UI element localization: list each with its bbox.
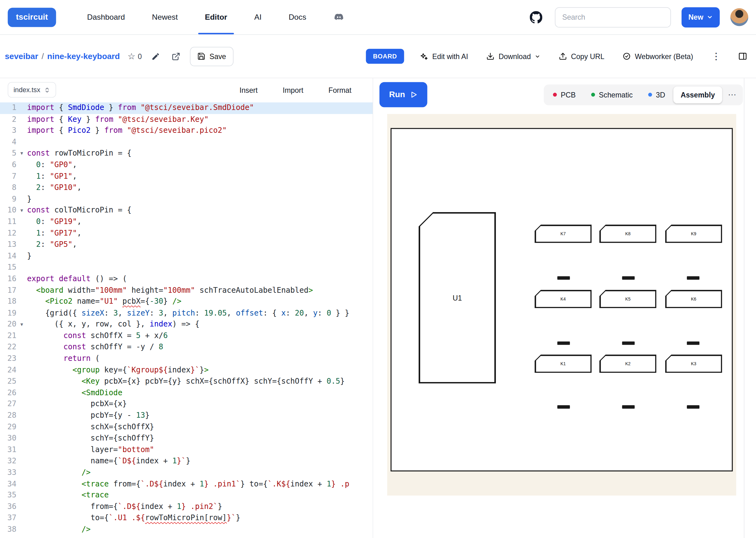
nav-item-newest[interactable]: Newest [139, 0, 191, 34]
code-line[interactable]: 33 /> [0, 467, 373, 478]
code-line[interactable]: 28 pcbY={y - 13} [0, 410, 373, 421]
code-line[interactable]: 27 pcbX={x} [0, 399, 373, 410]
code-line[interactable]: 8 2: "GP10", [0, 182, 373, 193]
nav-item-docs[interactable]: Docs [275, 0, 320, 34]
save-button[interactable]: Save [190, 47, 233, 66]
more-options-button[interactable]: ⋮ [709, 50, 724, 63]
line-number: 8 [0, 182, 17, 193]
code-line[interactable]: 32 name={`D${index + 1}`} [0, 456, 373, 467]
nav-item-editor[interactable]: Editor [191, 0, 241, 34]
fold-spacer [17, 285, 27, 296]
nav-item-dashboard[interactable]: Dashboard [74, 0, 139, 34]
code-text: 2: "GP5", [27, 239, 373, 250]
tab-pcb[interactable]: PCB [546, 86, 583, 103]
key-k2: K2 [599, 354, 656, 373]
code-line[interactable]: 3import { Pico2 } from "@tsci/seveibar.p… [0, 125, 373, 136]
code-line[interactable]: 18 <Pico2 name="U1" pcbX={-30} /> [0, 296, 373, 307]
line-number: 12 [0, 228, 17, 239]
key-label: K7 [560, 232, 566, 236]
code-line[interactable]: 5▾const rowToMicroPin = { [0, 148, 373, 159]
github-icon[interactable] [528, 9, 544, 26]
code-text: <Key pcbX={x} pcbY={y} schX={schOffX} sc… [27, 376, 373, 387]
code-text: const schOffY = -y / 8 [27, 342, 373, 353]
tabs-more-button[interactable]: ⋯ [723, 90, 741, 100]
tab-assembly-label: Assembly [681, 90, 715, 99]
code-line[interactable]: 35 <trace [0, 490, 373, 501]
webworker-toggle[interactable]: Webworker (Beta) [620, 52, 696, 61]
code-line[interactable]: 15 [0, 262, 373, 273]
edit-with-ai-button[interactable]: Edit with AI [417, 52, 471, 61]
run-button[interactable]: Run [379, 82, 428, 107]
fold-spacer [17, 478, 27, 490]
rename-button[interactable] [149, 50, 162, 63]
assembly-canvas[interactable]: U1 K7K8K9K4K5K6K1K2K3 [387, 114, 736, 496]
download-button[interactable]: Download [484, 52, 544, 61]
code-line[interactable]: 12 1: "GP17", [0, 228, 373, 239]
key-k9: K9 [665, 225, 722, 243]
code-text: } [27, 250, 373, 262]
code-line[interactable]: 25 <Key pcbX={x} pcbY={y} schX={schOffX}… [0, 376, 373, 387]
breadcrumb-owner[interactable]: seveibar [5, 52, 38, 61]
new-button[interactable]: New [681, 7, 720, 27]
code-line[interactable]: 30 schY={schOffY} [0, 433, 373, 444]
line-number: 35 [0, 490, 17, 501]
code-line[interactable]: 11 0: "GP19", [0, 217, 373, 228]
tab-3d[interactable]: 3D [641, 86, 672, 103]
code-line[interactable]: 2import { Key } from "@tsci/seveibar.Key… [0, 114, 373, 125]
code-line[interactable]: 26 <SmdDiode [0, 387, 373, 399]
code-line[interactable]: 22 const schOffY = -y / 8 [0, 342, 373, 353]
import-button[interactable]: Import [280, 85, 306, 94]
tab-assembly[interactable]: Assembly [673, 86, 722, 103]
code-line[interactable]: 9} [0, 194, 373, 205]
star-button[interactable]: ☆ 0 [128, 52, 142, 61]
code-line[interactable]: 21 const schOffX = 5 + x/6 [0, 330, 373, 342]
code-lines[interactable]: 1import { SmdDiode } from "@tsci/seveiba… [0, 102, 373, 538]
code-line[interactable]: 38 /> [0, 524, 373, 535]
open-share-button[interactable] [170, 50, 182, 63]
run-row: Run PCB Schematic [379, 78, 744, 107]
file-selector[interactable]: index.tsx [8, 82, 56, 97]
code-line[interactable]: 34 <trace from={`.D${index + 1} .pin1`} … [0, 478, 373, 490]
fold-toggle-icon[interactable]: ▾ [17, 205, 27, 216]
breadcrumb-project[interactable]: nine-key-keyboard [47, 52, 120, 61]
panel-toggle-button[interactable] [736, 50, 749, 63]
code-line[interactable]: 20▾ ({ x, y, row, col }, index) => { [0, 319, 373, 330]
discord-link[interactable] [320, 0, 358, 34]
code-line[interactable]: 37 to={`.U1 .${rowToMicroPin[row]}`} [0, 513, 373, 524]
code-line[interactable]: 10▾const colToMicroPin = { [0, 205, 373, 216]
code-line[interactable]: 31 layer="bottom" [0, 444, 373, 456]
code-line[interactable]: 24 <group key={`Kgroup${index}`}> [0, 365, 373, 376]
code-line[interactable]: 6 0: "GP0", [0, 159, 373, 171]
code-line[interactable]: 4 [0, 136, 373, 148]
code-line[interactable]: 14} [0, 250, 373, 262]
avatar[interactable] [730, 8, 748, 26]
line-number: 20 [0, 319, 17, 330]
board-pill-button[interactable]: BOARD [366, 49, 404, 64]
code-line[interactable]: 17 <board width="100mm" height="100mm" s… [0, 285, 373, 296]
tab-schematic[interactable]: Schematic [584, 86, 640, 103]
tscircuit-logo[interactable]: tscircuit [8, 8, 56, 27]
app: tscircuit Dashboard Newest Editor AI Doc… [0, 0, 756, 538]
search-input[interactable] [555, 7, 671, 27]
insert-button[interactable]: Insert [237, 85, 261, 94]
breadcrumb: seveibar / nine-key-keyboard [5, 52, 120, 61]
copy-url-button[interactable]: Copy URL [556, 52, 607, 61]
code-text: from={`.D${index + 1} .pin2`} [27, 501, 373, 512]
right-panel-strip[interactable] [744, 78, 756, 538]
fold-toggle-icon[interactable]: ▾ [17, 148, 27, 159]
code-line[interactable]: 23 return ( [0, 353, 373, 364]
code-line[interactable]: 16export default () => ( [0, 273, 373, 285]
code-line[interactable]: 1import { SmdDiode } from "@tsci/seveiba… [0, 102, 373, 114]
code-line[interactable]: 19 {grid({ sizeX: 3, sizeY: 3, pitch: 19… [0, 307, 373, 319]
fold-toggle-icon[interactable]: ▾ [17, 319, 27, 330]
format-button[interactable]: Format [325, 85, 354, 94]
code-line[interactable]: 29 schX={schOffX} [0, 421, 373, 433]
line-number: 32 [0, 456, 17, 467]
code-line[interactable]: 7 1: "GP1", [0, 171, 373, 182]
key-k7: K7 [535, 225, 592, 243]
key-label: K2 [625, 361, 631, 366]
code-line[interactable]: 36 from={`.D${index + 1} .pin2`} [0, 501, 373, 512]
nav-item-ai[interactable]: AI [241, 0, 275, 34]
download-label: Download [499, 52, 531, 60]
code-line[interactable]: 13 2: "GP5", [0, 239, 373, 250]
